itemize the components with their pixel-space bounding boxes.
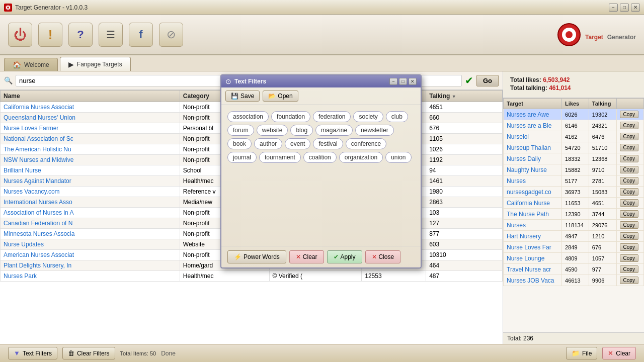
name-link[interactable]: Nurses Against Mandator — [4, 177, 71, 185]
maximize-button[interactable]: □ — [620, 4, 629, 12]
name-link[interactable]: California Nurses Associat — [4, 104, 74, 111]
name-link[interactable]: National Association of Sc — [4, 135, 73, 142]
right-table-row[interactable]: Nurseup Thailan 54720 51710 Copy — [504, 142, 644, 153]
right-cell-copy[interactable]: Copy — [616, 142, 643, 153]
name-link[interactable]: Nurses Vacancy.com — [4, 188, 60, 195]
filter-tag[interactable]: conference — [346, 138, 386, 149]
close-button[interactable]: ✕ Close — [365, 250, 401, 263]
filter-tag[interactable]: festival — [313, 138, 343, 149]
copy-button[interactable]: Copy — [620, 188, 638, 196]
copy-button[interactable]: Copy — [620, 254, 638, 262]
col-talking[interactable]: Talking ▼ — [426, 90, 503, 102]
right-cell-copy[interactable]: Copy — [616, 264, 643, 275]
right-cell-target[interactable]: The Nurse Path — [504, 209, 562, 220]
copy-button[interactable]: Copy — [620, 277, 638, 284]
filter-tag[interactable]: newsletter — [355, 125, 394, 136]
right-cell-copy[interactable]: Copy — [616, 242, 643, 253]
target-link[interactable]: California Nurse — [507, 200, 550, 207]
cell-name[interactable]: Nurses Against Mandator — [1, 176, 180, 187]
name-link[interactable]: Nurse Loves Farmer — [4, 125, 58, 132]
power-button[interactable]: ⏻ — [8, 23, 32, 47]
target-link[interactable]: Nurses — [507, 222, 526, 229]
right-table-row[interactable]: Nurses 118134 29076 Copy — [504, 220, 644, 231]
name-link[interactable]: NSW Nurses and Midwive — [4, 156, 73, 163]
file-button[interactable]: 📁 File — [566, 347, 597, 359]
copy-button[interactable]: Copy — [620, 232, 638, 240]
right-cell-copy[interactable]: Copy — [616, 275, 643, 286]
right-table-row[interactable]: Nurses Daily 18332 12368 Copy — [504, 153, 644, 164]
right-cell-target[interactable]: Hart Nursery — [504, 231, 562, 242]
help-button[interactable]: ? — [68, 23, 93, 47]
copy-button[interactable]: Copy — [620, 221, 638, 229]
copy-button[interactable]: Copy — [620, 133, 638, 140]
filter-tag[interactable]: website — [257, 125, 288, 136]
name-link[interactable]: Nurses Park — [4, 273, 37, 280]
list-button[interactable]: ☰ — [99, 23, 123, 47]
cell-name[interactable]: California Nurses Associat — [1, 102, 180, 113]
filter-tag[interactable]: society — [353, 111, 383, 122]
right-col-likes[interactable]: Likes — [562, 99, 589, 109]
save-button[interactable]: 💾 Save — [225, 90, 260, 102]
minimize-button[interactable]: − — [609, 4, 618, 12]
dialog-clear-button[interactable]: ✕ Clear — [289, 250, 324, 263]
target-link[interactable]: Naughty Nurse — [507, 166, 547, 173]
right-cell-copy[interactable]: Copy — [616, 131, 643, 142]
right-table-row[interactable]: Hart Nursery 4947 1210 Copy — [504, 231, 644, 242]
table-row[interactable]: Nurses Park Health/mec © Verified ( 1255… — [1, 271, 503, 282]
name-link[interactable]: International Nurses Asso — [4, 199, 72, 206]
name-link[interactable]: Nurse Updates — [4, 241, 44, 248]
right-cell-copy[interactable]: Copy — [616, 253, 643, 264]
filter-tag[interactable]: author — [254, 138, 282, 149]
cell-name[interactable]: International Nurses Asso — [1, 197, 180, 208]
cell-name[interactable]: Minnesota Nurses Associa — [1, 229, 180, 239]
filter-tag[interactable]: union — [385, 152, 411, 163]
right-cell-copy[interactable]: Copy — [616, 153, 643, 164]
filter-tag[interactable]: book — [227, 138, 252, 149]
tab-fanpage-targets[interactable]: ▶ Fanpage Targets — [60, 57, 131, 71]
target-link[interactable]: Nurses are a Ble — [507, 122, 551, 129]
cell-name[interactable]: Nurse Loves Farmer — [1, 123, 180, 134]
right-cell-target[interactable]: Nurses Daily — [504, 153, 562, 164]
right-table-row[interactable]: Nurse Loves Far 2849 676 Copy — [504, 242, 644, 253]
right-cell-target[interactable]: Nurse Loves Far — [504, 242, 562, 253]
dialog-maximize[interactable]: □ — [399, 78, 407, 85]
right-table-row[interactable]: The Nurse Path 12390 3744 Copy — [504, 209, 644, 220]
filter-tag[interactable]: organization — [339, 152, 383, 163]
filter-tag[interactable]: club — [386, 111, 408, 122]
right-col-talking[interactable]: Talking — [589, 99, 616, 109]
cell-name[interactable]: The American Holistic Nu — [1, 144, 180, 155]
copy-button[interactable]: Copy — [620, 166, 638, 173]
close-button[interactable]: ✕ — [631, 4, 640, 12]
right-table-row[interactable]: Nurses are a Ble 6146 24321 Copy — [504, 120, 644, 131]
target-link[interactable]: Nurse Lounge — [507, 255, 544, 262]
right-table-row[interactable]: nursesgadget.co 36973 15083 Copy — [504, 187, 644, 198]
cell-name[interactable]: Nurses Park — [1, 271, 180, 282]
right-table-row[interactable]: Nurses 5177 2781 Copy — [504, 175, 644, 187]
filter-tag[interactable]: forum — [227, 125, 254, 136]
filter-tag[interactable]: event — [285, 138, 310, 149]
cell-name[interactable]: NSW Nurses and Midwive — [1, 155, 180, 165]
copy-button[interactable]: Copy — [620, 177, 638, 185]
right-cell-copy[interactable]: Copy — [616, 175, 643, 187]
cell-name[interactable]: Nurse Updates — [1, 239, 180, 250]
right-cell-target[interactable]: nursesgadget.co — [504, 187, 562, 198]
cell-name[interactable]: American Nurses Associat — [1, 250, 180, 260]
copy-button[interactable]: Copy — [620, 155, 638, 162]
target-link[interactable]: The Nurse Path — [507, 211, 549, 218]
target-link[interactable]: Hart Nursery — [507, 233, 541, 240]
right-cell-target[interactable]: Nurses are a Ble — [504, 120, 562, 131]
filter-tag[interactable]: association — [227, 111, 269, 122]
right-table-row[interactable]: Naughty Nurse 15882 9710 Copy — [504, 164, 644, 175]
dialog-minimize[interactable]: − — [389, 78, 397, 85]
facebook-button[interactable]: f — [129, 23, 153, 47]
name-link[interactable]: Association of Nurses in A — [4, 209, 73, 216]
filter-tag[interactable]: blog — [290, 125, 313, 136]
right-cell-target[interactable]: Naughty Nurse — [504, 164, 562, 175]
copy-button[interactable]: Copy — [620, 243, 638, 251]
filter-tag[interactable]: coalition — [303, 152, 337, 163]
right-cell-copy[interactable]: Copy — [616, 231, 643, 242]
apply-button[interactable]: ✔ Apply — [327, 250, 362, 263]
name-link[interactable]: The American Holistic Nu — [4, 146, 71, 153]
go-button[interactable]: Go — [476, 75, 499, 86]
right-table-row[interactable]: Nurse Lounge 4809 1057 Copy — [504, 253, 644, 264]
